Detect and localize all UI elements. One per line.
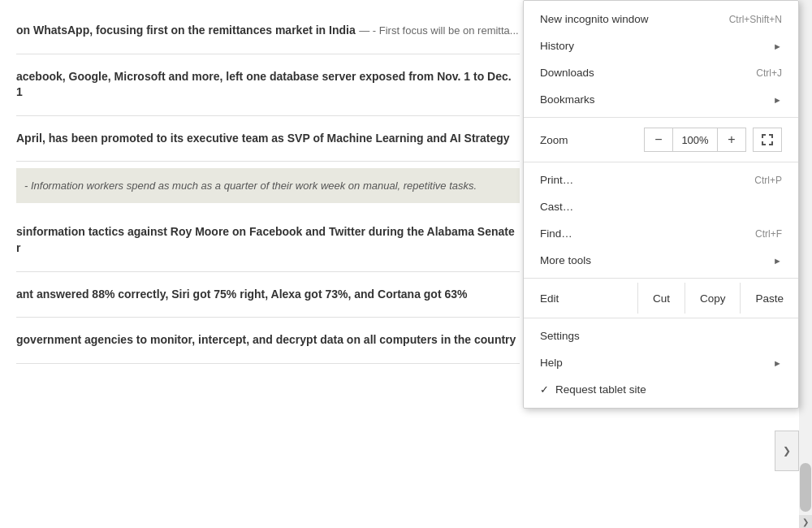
menu-item-downloads-label: Downloads [540, 67, 594, 79]
history-arrow-icon: ► [773, 41, 782, 51]
news-item-4-highlight: - Information workers spend as much as a… [16, 168, 520, 203]
zoom-minus-button[interactable]: − [644, 128, 673, 152]
news-text-3: April, has been promoted to its executiv… [16, 132, 510, 145]
scroll-down-arrow[interactable]: ❯ [799, 515, 812, 528]
help-arrow-icon: ► [773, 358, 782, 368]
news-text-2: acebook, Google, Microsoft and more, lef… [16, 70, 512, 99]
menu-item-bookmarks[interactable]: Bookmarks ► [524, 86, 798, 113]
menu-item-new-incognito-shortcut: Ctrl+Shift+N [729, 14, 782, 25]
fullscreen-icon [761, 133, 774, 146]
menu-item-find-shortcut: Ctrl+F [755, 228, 782, 240]
context-menu: New incognito window Ctrl+Shift+N Histor… [523, 0, 799, 409]
separator-3 [524, 278, 798, 279]
menu-item-bookmarks-label: Bookmarks [540, 93, 595, 106]
menu-item-help-label: Help [540, 357, 563, 369]
forward-button[interactable]: ❯ [775, 431, 799, 471]
svg-rect-3 [771, 134, 773, 138]
menu-item-new-incognito-label: New incognito window [540, 13, 649, 25]
menu-item-request-tablet[interactable]: ✓ Request tablet site [524, 376, 798, 403]
zoom-value-display: 100% [673, 128, 717, 152]
forward-icon: ❯ [783, 445, 791, 457]
menu-item-settings[interactable]: Settings [524, 322, 798, 349]
menu-item-downloads[interactable]: Downloads Ctrl+J [524, 59, 798, 86]
menu-item-new-incognito[interactable]: New incognito window Ctrl+Shift+N [524, 6, 798, 32]
news-item-1: on WhatsApp, focusing first on the remit… [16, 8, 520, 54]
svg-rect-1 [762, 134, 763, 138]
zoom-fullscreen-button[interactable] [753, 128, 782, 152]
news-sub-1: — - First focus will be on remitta... [359, 24, 519, 37]
news-text-7: government agencies to monitor, intercep… [16, 333, 516, 346]
scrollbar[interactable]: ❯ [799, 0, 812, 528]
menu-item-settings-label: Settings [540, 330, 580, 342]
menu-item-history[interactable]: History ► [524, 32, 798, 59]
menu-item-history-label: History [540, 40, 574, 52]
menu-item-cast[interactable]: Cast… [524, 193, 798, 220]
menu-item-help[interactable]: Help ► [524, 349, 798, 376]
edit-cut-button[interactable]: Cut [637, 283, 685, 314]
zoom-label: Zoom [540, 134, 568, 146]
edit-label: Edit [540, 292, 637, 305]
menu-item-downloads-shortcut: Ctrl+J [756, 67, 782, 79]
scrollbar-thumb[interactable] [800, 463, 811, 512]
edit-row: Edit Cut Copy Paste [524, 283, 798, 314]
news-text-6: ant answered 88% correctly, Siri got 75%… [16, 288, 468, 301]
news-item-3: April, has been promoted to its executiv… [16, 116, 520, 162]
zoom-plus-button[interactable]: + [717, 128, 746, 152]
news-text-4: - Information workers spend as much as a… [24, 180, 477, 192]
news-item-6: ant answered 88% correctly, Siri got 75%… [16, 272, 520, 318]
news-text-5: sinformation tactics against Roy Moore o… [16, 225, 515, 254]
bookmarks-arrow-icon: ► [773, 95, 782, 105]
separator-2 [524, 162, 798, 162]
checkmark-icon: ✓ [540, 383, 549, 396]
edit-copy-button[interactable]: Copy [685, 283, 741, 314]
zoom-controls: − 100% + [644, 128, 746, 152]
menu-item-more-tools[interactable]: More tools ► [524, 247, 798, 274]
news-item-5: sinformation tactics against Roy Moore o… [16, 210, 520, 271]
menu-item-print[interactable]: Print… Ctrl+P [524, 167, 798, 193]
news-item-7: government agencies to monitor, intercep… [16, 318, 520, 364]
menu-item-find[interactable]: Find… Ctrl+F [524, 220, 798, 247]
menu-item-more-tools-label: More tools [540, 254, 591, 266]
more-tools-arrow-icon: ► [773, 256, 782, 266]
menu-item-print-shortcut: Ctrl+P [754, 175, 782, 186]
menu-item-print-label: Print… [540, 174, 573, 186]
separator-4 [524, 318, 798, 318]
menu-item-find-label: Find… [540, 227, 572, 240]
edit-paste-button[interactable]: Paste [740, 283, 798, 314]
news-text-1: on WhatsApp, focusing first on the remit… [16, 24, 356, 37]
menu-item-request-tablet-label: Request tablet site [555, 383, 646, 396]
svg-rect-7 [771, 141, 773, 145]
news-item-2: acebook, Google, Microsoft and more, lef… [16, 54, 520, 116]
page-content: on WhatsApp, focusing first on the remit… [0, 0, 536, 528]
menu-item-cast-label: Cast… [540, 201, 573, 213]
separator-1 [524, 117, 798, 118]
zoom-row: Zoom − 100% + [524, 122, 798, 158]
svg-rect-5 [762, 141, 763, 145]
